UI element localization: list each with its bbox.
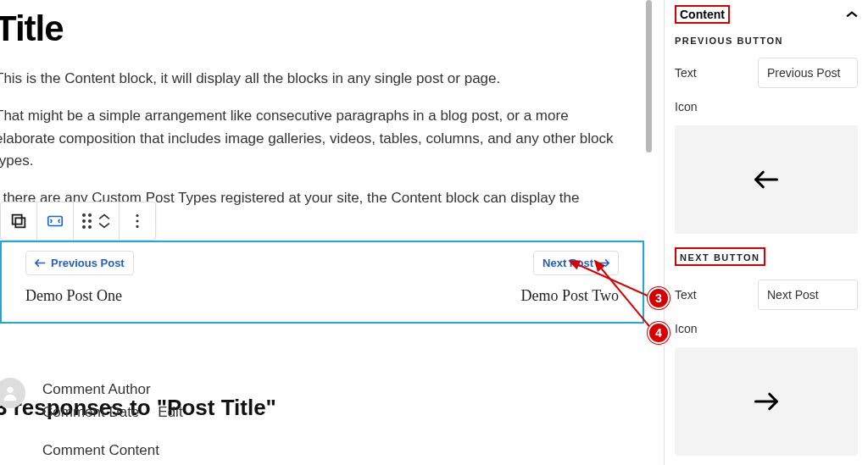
post-navigation-block[interactable]: Previous Post Next Post Demo Post One De… — [0, 241, 644, 324]
section-title: Content — [680, 8, 725, 21]
next-post-label: Next Post — [542, 257, 593, 269]
annotation-badge-3: 3 — [648, 287, 670, 309]
move-up-icon[interactable] — [98, 213, 110, 221]
svg-point-6 — [7, 387, 13, 393]
arrow-left-icon — [35, 258, 46, 268]
arrow-right-icon — [598, 258, 609, 268]
previous-post-title: Demo Post One — [25, 287, 122, 305]
select-parent-button[interactable] — [1, 202, 37, 240]
chevron-up-icon[interactable] — [846, 8, 858, 21]
comment: Comment Author Comment Date Edit Comment… — [0, 378, 183, 462]
settings-sidebar: Content PREVIOUS BUTTON Text Icon NEXT B… — [664, 0, 868, 465]
block-toolbar — [0, 202, 156, 241]
content-section-header[interactable]: Content — [675, 5, 858, 24]
svg-rect-0 — [13, 215, 22, 224]
avatar — [0, 378, 25, 408]
comment-author: Comment Author — [42, 378, 183, 401]
post-title[interactable]: Title — [0, 8, 661, 49]
text-field-label: Text — [675, 66, 697, 80]
move-down-icon[interactable] — [98, 221, 110, 230]
previous-icon-selector[interactable] — [675, 125, 858, 234]
next-button-heading: NEXT BUTTON — [680, 252, 760, 263]
next-text-input[interactable] — [758, 280, 858, 310]
comment-content: Comment Content — [42, 439, 183, 462]
content-paragraph: This is the Content block, it will displ… — [0, 68, 622, 90]
comment-edit-link[interactable]: Edit — [158, 401, 182, 423]
comment-date: Comment Date — [42, 401, 139, 423]
svg-point-4 — [136, 219, 138, 222]
drag-handle[interactable] — [74, 202, 120, 240]
next-post-title: Demo Post Two — [521, 287, 619, 305]
annotation-badge-4: 4 — [648, 322, 670, 344]
svg-rect-2 — [48, 217, 63, 226]
previous-post-button[interactable]: Previous Post — [25, 251, 134, 275]
content-paragraph: That might be a simple arrangement like … — [0, 105, 622, 172]
scrollbar[interactable] — [646, 0, 652, 152]
more-options-button[interactable] — [120, 202, 155, 240]
svg-rect-1 — [15, 218, 25, 227]
arrow-right-icon — [754, 391, 779, 412]
arrow-left-icon — [754, 169, 779, 190]
text-field-label: Text — [675, 288, 697, 302]
svg-point-3 — [136, 214, 138, 217]
next-icon-selector[interactable] — [675, 347, 858, 456]
editor-canvas: Title This is the Content block, it will… — [0, 0, 661, 465]
icon-field-label: Icon — [675, 322, 697, 335]
next-post-button[interactable]: Next Post — [533, 251, 619, 275]
block-type-button[interactable] — [37, 202, 74, 240]
icon-field-label: Icon — [675, 100, 697, 113]
previous-button-heading: PREVIOUS BUTTON — [675, 36, 858, 46]
svg-point-5 — [136, 225, 138, 228]
user-icon — [1, 384, 19, 402]
previous-post-label: Previous Post — [51, 257, 125, 269]
previous-text-input[interactable] — [758, 58, 858, 88]
